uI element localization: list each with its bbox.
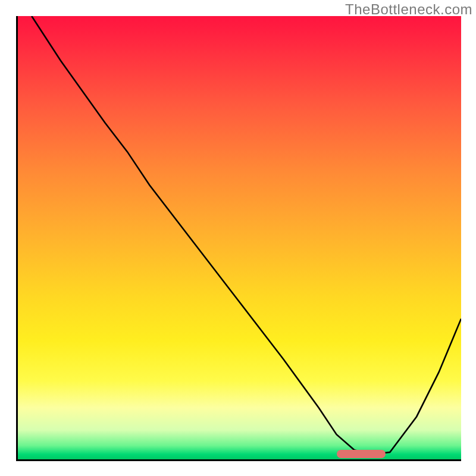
- chart-frame: TheBottleneck.com: [0, 0, 476, 476]
- plot-area: [16, 16, 461, 461]
- curve-overlay: [16, 16, 461, 461]
- watermark-label: TheBottleneck.com: [345, 1, 472, 18]
- bottleneck-curve: [32, 16, 461, 455]
- optimal-range-bar: [337, 450, 386, 458]
